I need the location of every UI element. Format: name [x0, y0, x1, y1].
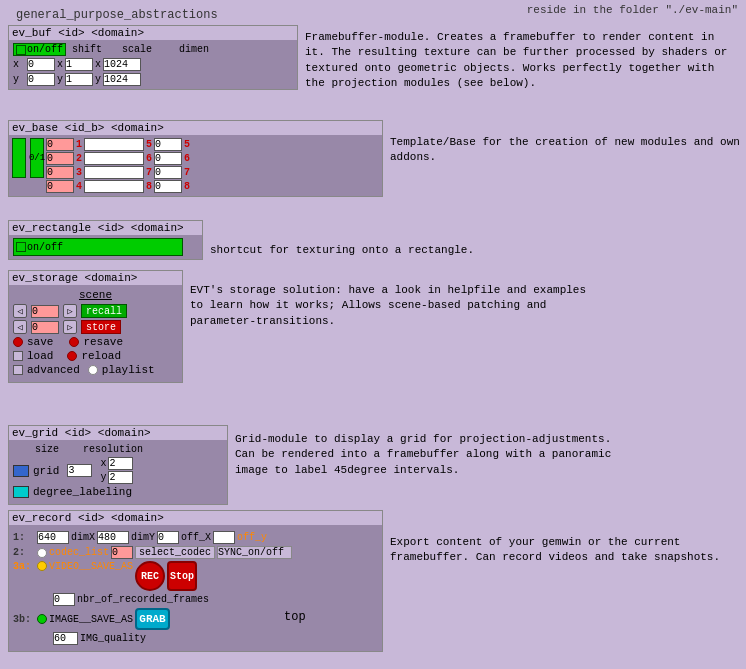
x-dimen-input[interactable]: 1024	[103, 58, 141, 71]
load-label[interactable]: load	[27, 350, 53, 362]
base-out-1[interactable]: 0	[154, 138, 182, 151]
sync-input[interactable]: SYNC_on/off	[217, 546, 292, 559]
grid-size-input[interactable]: 3	[67, 464, 92, 477]
res-y-input[interactable]: 2	[108, 471, 133, 484]
next-arrow[interactable]: ▷	[63, 304, 77, 318]
load-reload-row: load reload	[13, 350, 178, 362]
height-input[interactable]: 480	[97, 531, 129, 544]
record-row-3b: 3b: IMAGE__SAVE_AS GRAB	[13, 608, 378, 630]
save-label[interactable]: save	[27, 336, 53, 348]
next-arrow2[interactable]: ▷	[63, 320, 77, 334]
codec-list-label[interactable]: codec_list	[49, 547, 109, 558]
offx-label: off_X	[181, 532, 211, 543]
base-in-4[interactable]: 0	[46, 180, 74, 193]
video-save-label[interactable]: VIDEO__SAVE_AS	[49, 561, 133, 572]
res-x-input[interactable]: 2	[108, 457, 133, 470]
x-scale-input[interactable]: 1	[65, 58, 93, 71]
base-in-2[interactable]: 0	[46, 152, 74, 165]
base-mid-2[interactable]	[84, 152, 144, 165]
reload-dot	[67, 351, 77, 361]
ev-buf-content: on/off shift scale dimen x 0 x 1 x 1024 …	[9, 40, 297, 89]
x-shift-input[interactable]: 0	[27, 58, 55, 71]
image-save-label[interactable]: IMAGE__SAVE_AS	[49, 614, 133, 625]
grid-label: grid	[33, 465, 59, 477]
select-codec-btn[interactable]: select_codec	[135, 546, 215, 559]
checkbox-base	[12, 138, 26, 178]
col-num-5: 5	[146, 139, 152, 150]
recall-store-row: ◁ 0 ▷ recall	[13, 304, 178, 318]
quality-input[interactable]: 60	[53, 632, 78, 645]
col-num-2: 2	[76, 153, 82, 164]
col-8: 8	[184, 181, 190, 192]
width-input[interactable]: 640	[37, 531, 69, 544]
base-mid-1[interactable]	[84, 138, 144, 151]
y-scale-label-y: y	[57, 74, 63, 85]
ev-record-desc: Export content of your gemwin or the cur…	[390, 535, 740, 566]
x-dimen-label-x: x	[95, 59, 101, 70]
record-row-1: 1: 640 dimX 480 dimY 0 off_X off_y	[13, 531, 378, 544]
ev-record-module: ev_record <id> <domain> 1: 640 dimX 480 …	[8, 510, 383, 652]
resave-label[interactable]: resave	[83, 336, 123, 348]
codec-dot	[37, 548, 47, 558]
y-shift-input[interactable]: 0	[27, 73, 55, 86]
frames-label: nbr_of_recorded_frames	[77, 594, 209, 605]
on-off-green-rect[interactable]: on/off	[13, 238, 183, 256]
row1-label: 1:	[13, 532, 35, 543]
frames-input[interactable]: 0	[53, 593, 75, 606]
rec-button[interactable]: REC	[135, 561, 165, 591]
base-in-3[interactable]: 0	[46, 166, 74, 179]
y-dimen-input[interactable]: 1024	[103, 73, 141, 86]
advanced-cb[interactable]	[13, 365, 23, 375]
scene-num-1[interactable]: 0	[31, 305, 59, 318]
ev-buf-desc: Framebuffer-module. Creates a framebuffe…	[305, 30, 735, 92]
stop-button[interactable]: Stop	[167, 561, 197, 591]
row3b-label: 3b:	[13, 614, 35, 625]
store-btn[interactable]: store	[81, 320, 121, 334]
ev-grid-title: ev_grid <id> <domain>	[9, 426, 227, 440]
image-dot	[37, 614, 47, 624]
base-out-2[interactable]: 0	[154, 152, 182, 165]
off-y-input[interactable]	[213, 531, 235, 544]
record-row-2: 2: codec_list 0 select_codec SYNC_on/off	[13, 546, 378, 559]
ev-grid-desc: Grid-module to display a grid for projec…	[235, 432, 635, 478]
dimx-label: dimX	[71, 532, 95, 543]
off-x-input[interactable]: 0	[157, 531, 179, 544]
recall-btn[interactable]: recall	[81, 304, 127, 318]
col-7: 7	[184, 167, 190, 178]
col-num-4: 4	[76, 181, 82, 192]
resave-dot	[69, 337, 79, 347]
degree-row: degree_labeling	[13, 486, 223, 498]
record-frames-row: 0 nbr_of_recorded_frames	[53, 593, 378, 606]
prev-arrow[interactable]: ◁	[13, 304, 27, 318]
res-x-label: x	[100, 458, 106, 469]
base-out-4[interactable]: 0	[154, 180, 182, 193]
ev-storage-content: scene ◁ 0 ▷ recall ◁ 0 ▷ store save resa…	[9, 285, 182, 382]
y-scale-input[interactable]: 1	[65, 73, 93, 86]
ev-record-content: 1: 640 dimX 480 dimY 0 off_X off_y 2: co…	[9, 525, 382, 651]
ev-rectangle-content: on/off	[9, 235, 202, 259]
on-off-green-buf[interactable]: on/off	[13, 43, 66, 56]
reload-label[interactable]: reload	[81, 350, 121, 362]
ev-rect-desc: shortcut for texturing onto a rectangle.	[210, 243, 610, 258]
grid-swatch	[13, 465, 29, 477]
base-out-3[interactable]: 0	[154, 166, 182, 179]
folder-note: reside in the folder "./ev-main"	[527, 4, 738, 16]
playlist-label[interactable]: playlist	[102, 364, 155, 376]
scene-num-2[interactable]: 0	[31, 321, 59, 334]
scale-label: scale	[122, 44, 157, 55]
base-in-1[interactable]: 0	[46, 138, 74, 151]
base-mid-3[interactable]	[84, 166, 144, 179]
res-y-label: y	[100, 472, 106, 483]
prev-arrow2[interactable]: ◁	[13, 320, 27, 334]
x-label: x	[13, 59, 25, 70]
base-mid-4[interactable]	[84, 180, 144, 193]
load-cb[interactable]	[13, 351, 23, 361]
ev-record-title: ev_record <id> <domain>	[9, 511, 382, 525]
store-row: ◁ 0 ▷ store	[13, 320, 178, 334]
ev-base-title: ev_base <id_b> <domain>	[9, 121, 382, 135]
save-resave-row: save resave	[13, 336, 178, 348]
advanced-label[interactable]: advanced	[27, 364, 80, 376]
grab-button[interactable]: GRAB	[135, 608, 170, 630]
codec-num-input[interactable]: 0	[111, 546, 133, 559]
save-dot	[13, 337, 23, 347]
